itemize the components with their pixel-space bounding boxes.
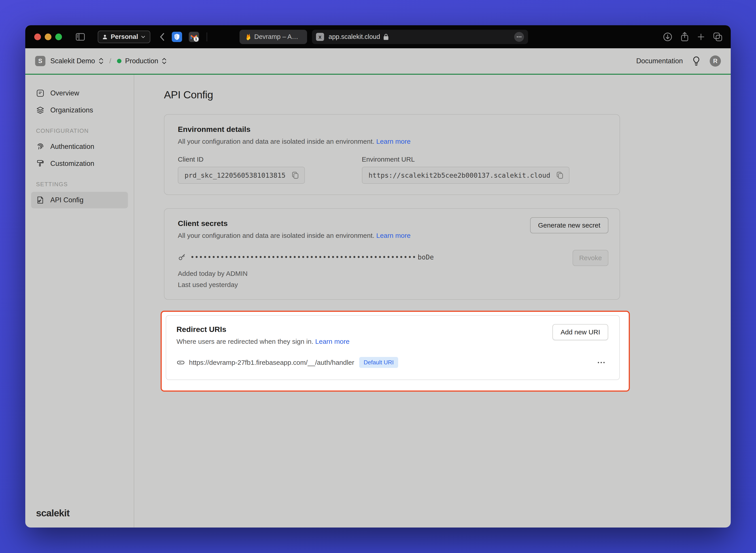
sidebar-toggle-icon[interactable] (76, 33, 85, 41)
person-icon (102, 34, 108, 40)
address-bar-url: app.scalekit.cloud (329, 33, 380, 41)
uri-more-options-icon[interactable] (598, 362, 605, 364)
profile-menu-button[interactable]: Personal (98, 30, 150, 43)
sidebar-item-label: Organizations (50, 106, 93, 114)
card-description: All your configuration and data are isol… (178, 232, 374, 239)
secret-added-info: Added today by ADMIN (178, 270, 606, 278)
card-title: Redirect URIs (177, 325, 609, 334)
browser-actions (663, 32, 723, 42)
copy-client-id-icon[interactable] (291, 171, 299, 179)
org-switcher-icon[interactable] (98, 58, 104, 64)
sidebar-item-organizations[interactable]: Organizations (31, 102, 128, 118)
main-content: API Config Environment details All your … (134, 75, 731, 528)
annotation-highlight-box: Redirect URIs Where users are redirected… (160, 311, 630, 392)
page-more-options-button[interactable] (514, 32, 524, 42)
client-secrets-card: Client secrets All your configuration an… (164, 208, 620, 300)
environment-url-value-box: https://scalekit2b5cee2b000137.scalekit.… (362, 167, 570, 184)
learn-more-link[interactable]: Learn more (376, 138, 410, 145)
card-title: Environment details (178, 125, 606, 134)
tab-title: Devramp – Auth… (254, 33, 301, 41)
secret-suffix: boDe (418, 253, 434, 261)
tab-scalekit-active[interactable]: x app.scalekit.cloud (312, 30, 528, 44)
shield-extension-icon[interactable] (172, 32, 182, 42)
page-title: API Config (164, 88, 731, 101)
sidebar-item-label: Authentication (50, 143, 94, 151)
new-tab-icon[interactable] (697, 32, 705, 41)
traffic-lights (34, 33, 62, 40)
link-icon (177, 358, 185, 367)
sidebar: Overview Organizations CONFIGURATION Aut… (25, 75, 134, 528)
redirect-uri-row: https://devramp-27fb1.firebaseapp.com/__… (177, 357, 609, 368)
lightbulb-icon[interactable] (692, 56, 700, 66)
org-name[interactable]: Scalekit Demo (50, 57, 95, 65)
zoom-window-button[interactable] (55, 33, 62, 40)
environment-url-label: Environment URL (362, 156, 570, 163)
environment-details-card: Environment details All your configurati… (164, 114, 620, 195)
scalekit-favicon: x (316, 33, 324, 41)
client-secret-row: ••••••••••••••••••••••••••••••••••••••••… (178, 249, 606, 265)
sidebar-section-settings: SETTINGS (36, 181, 128, 188)
toolbar-divider (207, 32, 207, 42)
client-id-label: Client ID (178, 156, 305, 163)
redirect-uri-value: https://devramp-27fb1.firebaseapp.com/__… (189, 359, 354, 366)
downloads-icon[interactable] (663, 32, 673, 42)
user-avatar[interactable]: R (710, 56, 721, 67)
browser-window: Personal 1 Devramp – Auth… x (25, 25, 731, 528)
organizations-icon (36, 106, 45, 114)
key-icon (178, 253, 186, 261)
environment-url-field: Environment URL https://scalekit2b5cee2b… (362, 156, 570, 184)
tab-devramp[interactable]: Devramp – Auth… (239, 30, 307, 44)
environment-switcher-icon[interactable] (162, 58, 166, 64)
overview-icon (36, 89, 45, 97)
lock-icon (383, 33, 389, 40)
gmail-extension-icon[interactable]: 1 (189, 32, 199, 42)
share-icon[interactable] (680, 32, 689, 42)
environment-status-dot (117, 59, 122, 63)
paint-roller-icon (36, 159, 45, 168)
sidebar-item-label: Overview (50, 89, 79, 97)
add-new-uri-button[interactable]: Add new URI (552, 324, 608, 340)
environment-url-value: https://scalekit2b5cee2b000137.scalekit.… (368, 171, 550, 179)
scalekit-wordmark: scalekit (36, 507, 70, 519)
profile-label: Personal (111, 33, 138, 41)
org-logo: S (35, 56, 46, 66)
gmail-badge: 1 (194, 37, 199, 42)
breadcrumb: Scalekit Demo / Production (50, 57, 166, 65)
redirect-uris-card: Redirect URIs Where users are redirected… (166, 315, 620, 380)
default-uri-badge: Default URI (359, 357, 398, 368)
breadcrumb-divider: / (110, 57, 111, 65)
fingerprint-icon (36, 142, 45, 151)
environment-name[interactable]: Production (125, 57, 158, 65)
app-header: S Scalekit Demo / Production Documentati… (25, 48, 731, 75)
chevron-down-icon (141, 35, 145, 38)
sidebar-item-api-config[interactable]: API Config (31, 192, 128, 208)
sidebar-item-label: Customization (50, 160, 94, 168)
sidebar-section-configuration: CONFIGURATION (36, 128, 128, 134)
api-config-file-icon (36, 196, 45, 204)
tab-bar: Devramp – Auth… x app.scalekit.cloud (239, 30, 528, 44)
back-button-icon[interactable] (159, 32, 165, 42)
sidebar-item-customization[interactable]: Customization (31, 155, 128, 172)
minimize-window-button[interactable] (45, 33, 52, 40)
card-description: All your configuration and data are isol… (178, 138, 374, 145)
copy-environment-url-icon[interactable] (556, 171, 564, 179)
generate-new-secret-button[interactable]: Generate new secret (530, 217, 608, 233)
learn-more-link[interactable]: Learn more (315, 338, 349, 345)
client-id-value-box: prd_skc_12205605381013815 (178, 167, 305, 184)
client-id-field: Client ID prd_skc_12205605381013815 (178, 156, 305, 184)
sidebar-item-label: API Config (50, 196, 83, 204)
sidebar-item-authentication[interactable]: Authentication (31, 138, 128, 155)
browser-chrome: Personal 1 Devramp – Auth… x (25, 25, 731, 48)
revoke-secret-button[interactable]: Revoke (572, 250, 608, 266)
close-window-button[interactable] (34, 33, 41, 40)
sidebar-item-overview[interactable]: Overview (31, 85, 128, 101)
tab-overview-icon[interactable] (713, 32, 723, 42)
firebase-flame-icon (246, 33, 251, 41)
secret-last-used-info: Last used yesterday (178, 281, 606, 289)
learn-more-link[interactable]: Learn more (376, 232, 410, 239)
documentation-link[interactable]: Documentation (636, 57, 683, 65)
header-actions: Documentation R (636, 56, 721, 67)
card-description: Where users are redirected when they sig… (177, 338, 314, 345)
masked-secret: ••••••••••••••••••••••••••••••••••••••••… (190, 253, 416, 261)
client-id-value: prd_skc_12205605381013815 (185, 171, 286, 179)
